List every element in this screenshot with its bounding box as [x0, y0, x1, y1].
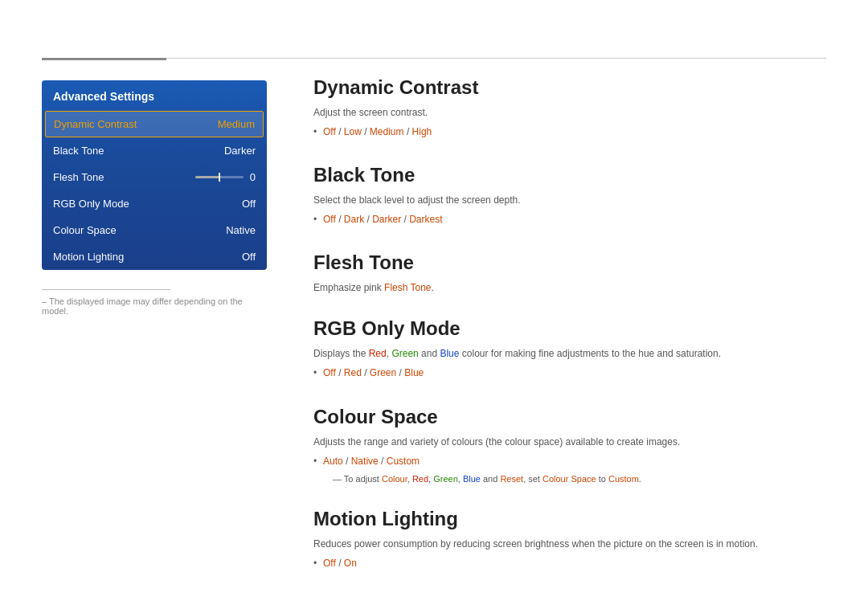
subnote-7: to: [596, 474, 608, 484]
section-title-black-tone: Black Tone: [313, 164, 826, 186]
menu-item-label-black-tone: Black Tone: [53, 145, 104, 157]
option-low: Low: [344, 126, 362, 137]
menu-item-rgb-only-mode[interactable]: RGB Only Mode Off: [42, 190, 267, 217]
rgb-desc-green: Green: [391, 348, 418, 359]
section-dynamic-contrast: Dynamic Contrast Adjust the screen contr…: [313, 76, 826, 141]
section-title-motion-lighting: Motion Lighting: [313, 508, 826, 530]
option-off: Off: [323, 367, 336, 378]
option-item: Off / On: [313, 554, 826, 573]
section-desc-flesh-tone: Emphasize pink Flesh Tone.: [313, 280, 826, 295]
menu-item-label-colour-space: Colour Space: [53, 224, 117, 236]
footnote-text: – The displayed image may differ dependi…: [42, 296, 267, 316]
section-black-tone: Black Tone Select the black level to adj…: [313, 164, 826, 229]
subnote-1: To adjust: [344, 474, 382, 484]
sep: /: [364, 367, 370, 378]
sep: /: [407, 126, 412, 137]
rgb-desc-4: colour for making fine adjustments to th…: [459, 348, 721, 359]
section-colour-space: Colour Space Adjusts the range and varie…: [313, 406, 826, 486]
sep: /: [364, 126, 370, 137]
subnote-colour-space: Colour Space: [542, 474, 596, 484]
option-native: Native: [351, 456, 379, 467]
top-divider-accent: [42, 58, 166, 60]
option-item: Off / Dark / Darker / Darkest: [313, 210, 826, 229]
menu-item-value-dynamic-contrast: Medium: [218, 118, 255, 130]
option-off: Off: [323, 214, 336, 225]
option-green: Green: [370, 367, 396, 378]
section-title-rgb-only-mode: RGB Only Mode: [313, 317, 826, 340]
option-medium: Medium: [370, 126, 404, 137]
menu-item-value-colour-space: Native: [226, 224, 256, 236]
sep: /: [346, 456, 351, 467]
flesh-tone-slider-bar[interactable]: [195, 176, 244, 178]
section-desc-colour-space: Adjusts the range and variety of colours…: [313, 435, 826, 449]
flesh-tone-desc-text: Emphasize pink: [313, 282, 384, 293]
menu-item-value-rgb-only-mode: Off: [242, 198, 256, 210]
option-red: Red: [344, 367, 362, 378]
subnote-red: Red: [412, 474, 428, 484]
flesh-tone-slider-container: 0: [195, 171, 256, 183]
option-darkest: Darkest: [409, 214, 442, 225]
section-title-flesh-tone: Flesh Tone: [313, 251, 826, 274]
section-motion-lighting: Motion Lighting Reduces power consumptio…: [313, 508, 826, 573]
menu-item-value-black-tone: Darker: [224, 145, 256, 157]
rgb-desc-3: and: [419, 348, 440, 359]
menu-item-black-tone[interactable]: Black Tone Darker: [42, 137, 267, 164]
menu-item-motion-lighting[interactable]: Motion Lighting Off: [42, 243, 267, 270]
menu-item-value-motion-lighting: Off: [242, 251, 256, 263]
footnote-divider: [42, 289, 170, 290]
menu-item-dynamic-contrast[interactable]: Dynamic Contrast Medium: [45, 111, 264, 137]
flesh-tone-desc-end: .: [432, 282, 434, 293]
right-content: Dynamic Contrast Adjust the screen contr…: [313, 76, 826, 595]
menu-item-colour-space[interactable]: Colour Space Native: [42, 217, 267, 243]
subnote-green: Green: [433, 474, 458, 484]
option-blue: Blue: [404, 367, 424, 378]
sep: /: [338, 214, 344, 225]
rgb-desc-1: Displays the: [313, 348, 369, 359]
option-list-motion-lighting: Off / On: [313, 554, 826, 573]
subnote-8: .: [639, 474, 641, 484]
menu-item-label-rgb-only-mode: RGB Only Mode: [53, 198, 129, 210]
menu-item-label-motion-lighting: Motion Lighting: [53, 251, 124, 263]
sep: /: [338, 367, 344, 378]
subnote-reset: Reset: [500, 474, 523, 484]
rgb-desc-red: Red: [369, 348, 387, 359]
section-desc-rgb-only-mode: Displays the Red, Green and Blue colour …: [313, 346, 826, 361]
menu-item-flesh-tone[interactable]: Flesh Tone 0: [42, 164, 267, 190]
subnote-colour: Colour: [382, 474, 407, 484]
footnote-area: – The displayed image may differ dependi…: [42, 289, 267, 316]
colour-space-subnote: To adjust Colour, Red, Green, Blue and R…: [313, 472, 826, 486]
flesh-tone-value: 0: [250, 171, 256, 183]
option-item: Auto / Native / Custom: [313, 452, 826, 471]
section-title-colour-space: Colour Space: [313, 406, 826, 428]
flesh-tone-highlight: Flesh Tone: [384, 282, 431, 293]
subnote-custom: Custom: [608, 474, 639, 484]
sep: /: [338, 126, 344, 137]
section-desc-dynamic-contrast: Adjust the screen contrast.: [313, 105, 826, 120]
option-darker: Darker: [372, 214, 401, 225]
flesh-tone-slider-fill: [195, 176, 219, 178]
section-flesh-tone: Flesh Tone Emphasize pink Flesh Tone.: [313, 251, 826, 295]
section-title-dynamic-contrast: Dynamic Contrast: [313, 76, 826, 99]
left-panel: Advanced Settings Dynamic Contrast Mediu…: [42, 80, 267, 270]
section-desc-motion-lighting: Reduces power consumption by reducing sc…: [313, 537, 826, 551]
flesh-tone-slider-thumb: [219, 173, 220, 182]
option-list-colour-space: Auto / Native / Custom: [313, 452, 826, 471]
option-on: On: [344, 558, 357, 569]
option-high: High: [412, 126, 432, 137]
section-desc-black-tone: Select the black level to adjust the scr…: [313, 193, 826, 207]
menu-item-label-flesh-tone: Flesh Tone: [53, 171, 104, 183]
option-item: Off / Red / Green / Blue: [313, 364, 826, 382]
section-rgb-only-mode: RGB Only Mode Displays the Red, Green an…: [313, 317, 826, 382]
option-item: Off / Low / Medium / High: [313, 123, 826, 141]
option-custom: Custom: [387, 456, 420, 467]
option-off: Off: [323, 126, 336, 137]
option-dark: Dark: [344, 214, 364, 225]
advanced-settings-title: Advanced Settings: [42, 80, 267, 111]
option-list-black-tone: Off / Dark / Darker / Darkest: [313, 210, 826, 229]
option-list-rgb-only-mode: Off / Red / Green / Blue: [313, 364, 826, 382]
sep: /: [338, 558, 344, 569]
option-list-dynamic-contrast: Off / Low / Medium / High: [313, 123, 826, 141]
option-off: Off: [323, 558, 336, 569]
sep: /: [381, 456, 387, 467]
subnote-6: , set: [523, 474, 542, 484]
